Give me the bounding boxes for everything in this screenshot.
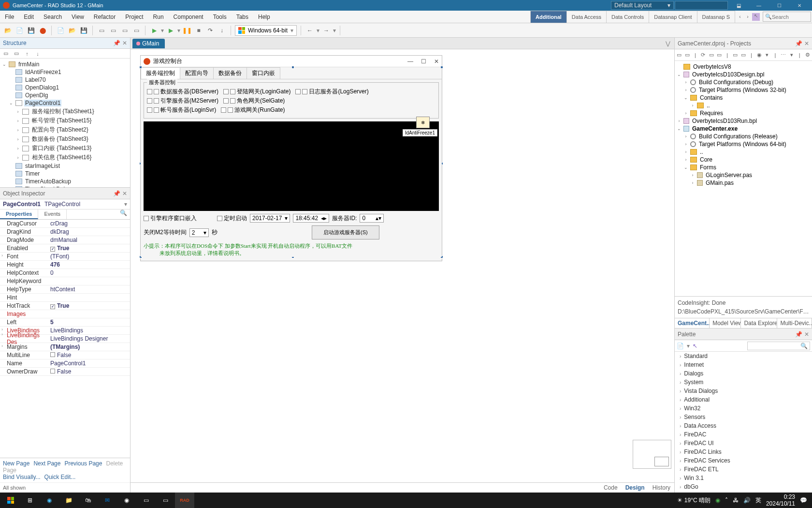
volume-icon[interactable]: 🔊: [743, 497, 751, 504]
designed-form[interactable]: 游戏控制台 — ☐ ✕: [140, 55, 442, 261]
network-icon[interactable]: 🖧: [733, 497, 739, 504]
project-node[interactable]: ⌄Forms: [677, 164, 810, 171]
palette-category[interactable]: System: [675, 378, 812, 387]
palette-category[interactable]: Internet: [675, 360, 812, 369]
property-row[interactable]: OwnerDrawFalse: [0, 368, 130, 376]
notifications-icon[interactable]: 💬: [800, 497, 807, 504]
close-button[interactable]: ✕: [790, 0, 809, 11]
view-tab-design[interactable]: Design: [625, 484, 645, 491]
project-node[interactable]: ›Core: [677, 156, 810, 164]
up-icon[interactable]: ↑: [23, 50, 31, 58]
new-form-icon[interactable]: ▭: [131, 26, 141, 35]
palette-search[interactable]: 🔍: [747, 342, 810, 350]
menu-project[interactable]: Project: [120, 11, 148, 23]
server-checkbox[interactable]: 游戏网关(RunGate): [221, 106, 285, 114]
server-checkbox[interactable]: 登陆网关(LoginGate): [223, 88, 290, 96]
project-node[interactable]: ›..: [677, 102, 810, 109]
close-panel-icon[interactable]: ✕: [804, 331, 809, 338]
palette-category[interactable]: Sensors: [675, 413, 812, 421]
view-unit-icon[interactable]: ▭: [108, 26, 118, 35]
save-icon[interactable]: 💾: [26, 26, 36, 35]
view-form-icon[interactable]: ▭: [97, 26, 106, 35]
menu-tabs[interactable]: Tabs: [232, 11, 253, 23]
project-node[interactable]: ›OverbyteIcsD103Run.bpl: [677, 117, 810, 125]
property-row[interactable]: LiveBindings DesLiveBindings Designer: [0, 335, 130, 343]
step-into-icon[interactable]: ↓: [217, 26, 227, 35]
app-icon[interactable]: ▭: [156, 493, 175, 508]
start-button[interactable]: [1, 493, 20, 508]
open-file-icon[interactable]: 📂: [67, 26, 77, 35]
platform-combo[interactable]: Windows 64-bit ▾: [235, 25, 297, 36]
back-icon[interactable]: ←: [305, 26, 315, 35]
menu-view[interactable]: View: [67, 11, 89, 23]
form-tab[interactable]: 窗口内嵌: [246, 67, 280, 79]
maximize-button[interactable]: ☐: [769, 0, 789, 11]
outlook-icon[interactable]: ✉: [98, 493, 117, 508]
tree-node[interactable]: Timer: [2, 170, 128, 178]
server-checkbox[interactable]: 日志服务器(LogServer): [295, 88, 368, 96]
property-row[interactable]: MultiLineFalse: [0, 351, 130, 359]
menu-component[interactable]: Component: [169, 11, 208, 23]
title-search[interactable]: [675, 1, 728, 10]
task-view-icon[interactable]: ⊞: [20, 493, 40, 508]
idantifreeze-component[interactable]: ❄: [416, 117, 430, 128]
globe-icon[interactable]: ⬤: [38, 26, 47, 35]
time-picker[interactable]: 18:45:42◂▸: [293, 214, 329, 223]
tree-node[interactable]: ⌄frmMain: [2, 60, 128, 68]
palette-category[interactable]: Additional: [675, 395, 812, 404]
property-row[interactable]: DragModedmManual: [0, 236, 130, 244]
tray-icon[interactable]: ◉: [715, 497, 720, 504]
structure-tree[interactable]: ⌄frmMainIdAntiFreeze1Label70OpenDialog1O…: [0, 59, 130, 187]
property-row[interactable]: Font(TFont): [0, 253, 130, 261]
tree-node[interactable]: ›窗口内嵌 {TabSheet13}: [2, 144, 128, 153]
palette-tab[interactable]: Additional: [530, 11, 567, 23]
form-tab[interactable]: 配置向导: [180, 67, 214, 79]
explorer-icon[interactable]: 📁: [59, 493, 78, 508]
rad-icon[interactable]: RAD: [175, 493, 194, 508]
palette-category[interactable]: Win32: [675, 404, 812, 413]
ide-search[interactable]: 🔍: [763, 12, 811, 22]
close-panel-icon[interactable]: ✕: [122, 40, 127, 46]
property-row[interactable]: Left5: [0, 318, 130, 327]
del-icon[interactable]: ▭: [13, 50, 20, 58]
server-id-input[interactable]: 0▴▾: [360, 214, 384, 223]
close-wait-input[interactable]: 2▾: [189, 228, 209, 237]
menu-help[interactable]: Help: [253, 11, 275, 23]
weather-widget[interactable]: ☀ 19°C 晴朗: [677, 496, 710, 505]
project-node[interactable]: ⌄Contains: [677, 94, 810, 102]
tree-node[interactable]: ⌄PageControl1: [2, 99, 128, 107]
tree-node[interactable]: ›配置向导 {TabSheet2}: [2, 125, 128, 134]
new-icon[interactable]: ▭: [2, 50, 10, 58]
project-node[interactable]: ›Build Configurations (Debug): [677, 78, 810, 86]
stop-icon[interactable]: ■: [194, 26, 203, 35]
search-icon[interactable]: 🔍: [117, 209, 130, 219]
run-nodbg-icon[interactable]: ▶: [166, 26, 175, 35]
tree-node[interactable]: IdAntiFreeze1: [2, 68, 128, 76]
property-row[interactable]: DragCursorcrDrag: [0, 220, 130, 228]
pin-icon[interactable]: 📌: [795, 40, 802, 47]
new-icon[interactable]: 📄: [14, 26, 24, 35]
project-node[interactable]: ›Target Platforms (Windows 64-bit): [677, 140, 810, 148]
project-node[interactable]: ›GLoginServer.pas: [677, 171, 810, 179]
server-checkbox[interactable]: 引擎服务器(M2Server): [147, 97, 218, 105]
tree-node[interactable]: TimerAutoBackup: [2, 178, 128, 185]
palette-category[interactable]: FireDAC: [675, 430, 812, 439]
tree-node[interactable]: OpenDlg: [2, 91, 128, 99]
project-node[interactable]: ›Requires: [677, 109, 810, 117]
menu-refactor[interactable]: Refactor: [89, 11, 120, 23]
project-node[interactable]: ⌄OverbyteIcsD103Design.bpl: [677, 71, 810, 78]
tray-chevron-icon[interactable]: ˄: [725, 497, 728, 504]
oi-link[interactable]: Quick Edit...: [44, 474, 76, 480]
property-row[interactable]: NamePageControl1: [0, 359, 130, 368]
oi-component-selector[interactable]: PageControl1 TPageControl ▾: [0, 199, 130, 209]
palette-category[interactable]: Dialogs: [675, 369, 812, 378]
forward-icon[interactable]: →: [321, 26, 331, 35]
step-over-icon[interactable]: ↷: [205, 26, 215, 35]
oi-link[interactable]: Bind Visually...: [3, 474, 41, 480]
property-row[interactable]: Margins(TMargins): [0, 343, 130, 351]
property-row[interactable]: HotTrack✓True: [0, 302, 130, 310]
oi-link[interactable]: Next Page: [33, 460, 60, 467]
property-row[interactable]: Enabled✓True: [0, 244, 130, 253]
palette-category[interactable]: Data Access: [675, 421, 812, 430]
tree-node[interactable]: starImageList: [2, 162, 128, 170]
